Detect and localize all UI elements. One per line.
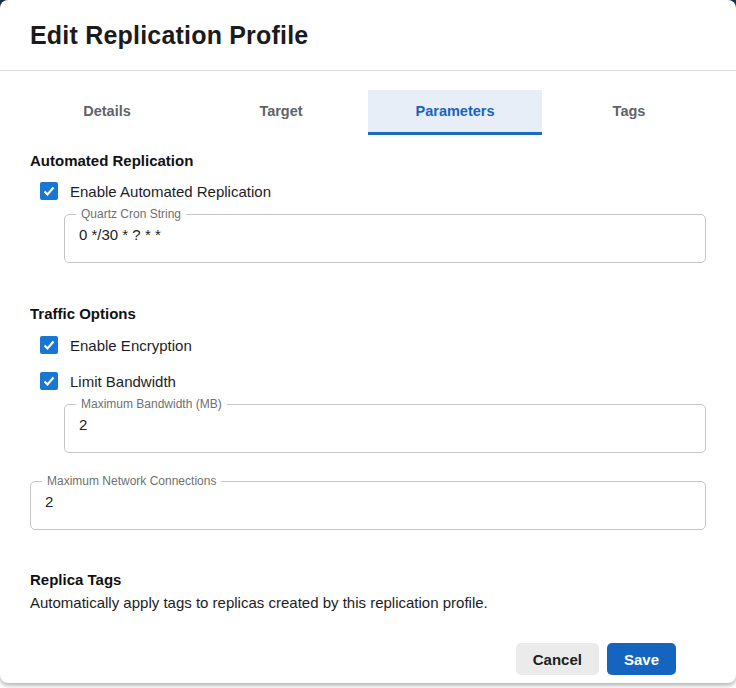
quartz-cron-string-label: Quartz Cron String — [76, 208, 186, 221]
maximum-bandwidth-field: Maximum Bandwidth (MB) — [64, 404, 706, 453]
enable-encryption-label: Enable Encryption — [70, 337, 192, 354]
tab-target[interactable]: Target — [194, 90, 368, 135]
limit-bandwidth-row: Limit Bandwidth — [40, 372, 706, 390]
enable-encryption-checkbox[interactable] — [40, 336, 58, 354]
checkmark-icon — [42, 338, 56, 352]
enable-automated-replication-row: Enable Automated Replication — [40, 182, 706, 200]
limit-bandwidth-checkbox[interactable] — [40, 372, 58, 390]
checkmark-icon — [42, 374, 56, 388]
quartz-cron-string-input[interactable] — [65, 215, 705, 262]
tab-parameters[interactable]: Parameters — [368, 90, 542, 135]
tab-bar: Details Target Parameters Tags — [20, 90, 716, 135]
checkmark-icon — [42, 184, 56, 198]
traffic-options-heading: Traffic Options — [30, 305, 706, 322]
tab-details[interactable]: Details — [20, 90, 194, 135]
dialog-header: Edit Replication Profile — [0, 0, 736, 70]
maximum-bandwidth-label: Maximum Bandwidth (MB) — [76, 398, 227, 411]
maximum-network-connections-label: Maximum Network Connections — [42, 475, 221, 488]
enable-automated-replication-checkbox[interactable] — [40, 182, 58, 200]
maximum-network-connections-field: Maximum Network Connections — [30, 481, 706, 530]
maximum-network-connections-input[interactable] — [31, 482, 705, 529]
quartz-cron-string-field: Quartz Cron String — [64, 214, 706, 263]
edit-replication-profile-dialog: Edit Replication Profile Details Target … — [0, 0, 736, 683]
replica-tags-description: Automatically apply tags to replicas cre… — [30, 593, 706, 613]
replica-tags-heading: Replica Tags — [30, 571, 706, 588]
tab-tags[interactable]: Tags — [542, 90, 716, 135]
maximum-bandwidth-input[interactable] — [65, 405, 705, 452]
enable-encryption-row: Enable Encryption — [40, 336, 706, 354]
enable-automated-replication-label: Enable Automated Replication — [70, 183, 271, 200]
limit-bandwidth-label: Limit Bandwidth — [70, 373, 176, 390]
save-button[interactable]: Save — [607, 643, 676, 675]
cancel-button[interactable]: Cancel — [516, 643, 599, 675]
automated-replication-heading: Automated Replication — [30, 152, 706, 169]
tab-panel-parameters: Automated Replication Enable Automated R… — [0, 152, 736, 675]
dialog-footer: Cancel Save — [30, 643, 676, 675]
dialog-title: Edit Replication Profile — [30, 21, 706, 50]
header-divider — [0, 70, 736, 71]
